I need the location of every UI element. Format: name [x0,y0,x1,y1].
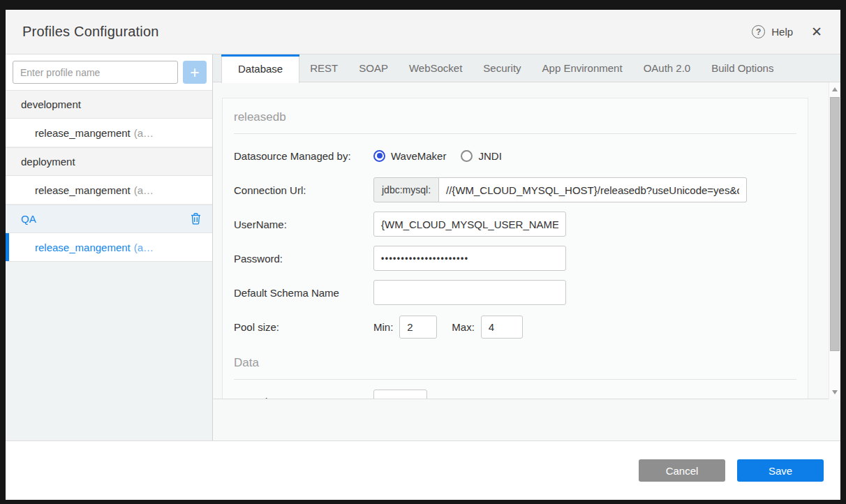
password-row: Password: [234,246,796,271]
tab-app-environment[interactable]: App Environment [532,54,633,82]
records-input[interactable] [373,390,427,399]
title-bar-actions: ? Help ✕ [752,25,822,38]
jdbc-prefix-addon: jdbc:mysql: [373,177,439,202]
tab-oauth[interactable]: OAuth 2.0 [633,54,702,82]
dialog-title: Profiles Configuration [22,24,159,40]
password-input[interactable] [373,246,566,271]
datasource-label: Datasource Managed by: [234,150,373,162]
connection-url-group: jdbc:mysql: [373,177,747,202]
profile-item-name: release_mangement [35,242,131,253]
pool-max-input[interactable] [481,316,523,339]
profile-group-label: deployment [21,156,75,168]
profile-group-development[interactable]: development [6,90,212,119]
vertical-scrollbar[interactable] [829,82,840,399]
settings-tab-bar: Database REST SOAP WebSocket Security Ap… [213,54,840,82]
tab-security[interactable]: Security [473,54,531,82]
data-section-heading: Data [234,356,796,380]
profile-group-qa[interactable]: QA [6,205,212,233]
tab-database[interactable]: Database [221,54,299,83]
profile-item-suffix: (a… [134,242,154,253]
profile-item-suffix: (a… [134,184,154,196]
profile-settings-content: Database REST SOAP WebSocket Security Ap… [213,54,840,440]
connection-url-input[interactable] [439,177,747,202]
tab-build-options[interactable]: Build Options [701,54,784,82]
profile-group-deployment[interactable]: deployment [6,147,212,176]
radio-selected-icon[interactable] [373,150,385,162]
tab-rest[interactable]: REST [299,54,348,82]
username-label: UserName: [234,218,373,230]
profiles-sidebar: + development release_mangement (a… depl… [6,54,213,440]
dialog-footer: Cancel Save [6,440,840,500]
database-config-card: releasedb Datasource Managed by: WaveMak… [222,98,808,399]
pool-min-label: Min: [373,321,393,333]
radio-label-wavemaker: WaveMaker [391,150,446,162]
profile-item-qa-release-mangement-selected[interactable]: release_mangement (a… [6,233,212,262]
dialog-title-bar: Profiles Configuration ? Help ✕ [6,10,840,54]
records-per-request-row: Records per request: [234,389,796,399]
radio-option-wavemaker[interactable]: WaveMaker [373,150,446,162]
datasource-radio-group: WaveMaker JNDI [373,150,502,162]
scroll-down-arrow-icon[interactable] [829,387,840,398]
profile-group-label: QA [21,213,36,225]
save-button[interactable]: Save [737,459,824,482]
dialog-body: + development release_mangement (a… depl… [6,54,840,440]
profile-item-development-release-mangement[interactable]: release_mangement (a… [6,119,212,147]
profile-item-name: release_mangement [35,127,131,139]
username-row: UserName: [234,212,796,237]
delete-profile-icon[interactable] [191,213,201,225]
radio-option-jndi[interactable]: JNDI [461,150,501,162]
cancel-button[interactable]: Cancel [639,459,725,482]
profile-list: development release_mangement (a… deploy… [6,90,212,262]
schema-label: Default Schema Name [234,287,373,299]
help-link[interactable]: Help [771,26,793,38]
profile-item-name: release_mangement [35,184,131,196]
radio-label-jndi: JNDI [478,150,501,162]
tab-soap[interactable]: SOAP [348,54,399,82]
profile-search-row: + [6,54,212,90]
datasource-row: Datasource Managed by: WaveMaker JNDI [234,143,796,168]
close-icon[interactable]: ✕ [811,25,822,38]
pool-min-input[interactable] [399,316,437,339]
database-tab-panel: releasedb Datasource Managed by: WaveMak… [213,82,840,440]
connection-url-label: Connection Url: [234,184,373,196]
profile-group-label: development [21,98,81,110]
pool-size-label: Pool size: [234,321,373,333]
schema-input[interactable] [373,280,566,305]
scrollbar-thumb[interactable] [830,97,840,351]
form-scroll-viewport: releasedb Datasource Managed by: WaveMak… [213,82,829,399]
scroll-up-arrow-icon[interactable] [829,84,840,95]
pool-size-row: Pool size: Min: Max: [234,314,796,339]
profiles-configuration-dialog: Profiles Configuration ? Help ✕ + develo… [6,10,840,500]
password-label: Password: [234,253,373,265]
profile-item-suffix: (a… [134,127,154,139]
tab-websocket[interactable]: WebSocket [399,54,473,82]
schema-row: Default Schema Name [234,280,796,305]
radio-unselected-icon[interactable] [461,150,473,162]
pool-max-label: Max: [452,321,475,333]
db-name-heading: releasedb [234,110,796,134]
help-icon[interactable]: ? [752,25,765,38]
connection-url-row: Connection Url: jdbc:mysql: [234,177,796,202]
profile-name-input[interactable] [13,61,178,84]
profile-item-deployment-release-mangement[interactable]: release_mangement (a… [6,176,212,205]
records-label: Records per request: [234,396,373,400]
username-input[interactable] [373,212,566,237]
screen-background: Profiles Configuration ? Help ✕ + develo… [0,0,846,504]
add-profile-button[interactable]: + [183,61,207,84]
